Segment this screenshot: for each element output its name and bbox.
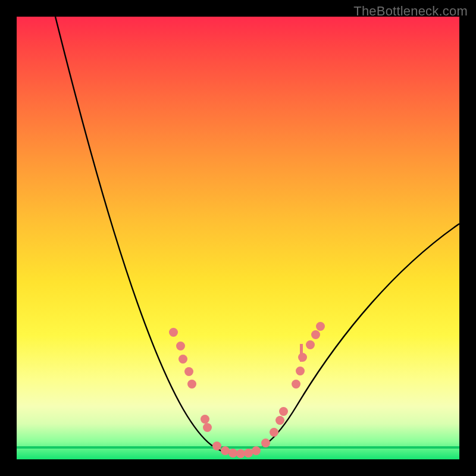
sample-dot xyxy=(252,446,261,455)
sample-dot xyxy=(178,355,187,364)
sample-dot xyxy=(316,322,325,331)
sample-dot xyxy=(176,342,185,350)
sample-dot xyxy=(298,353,307,362)
sample-dot xyxy=(203,423,212,432)
sample-dot xyxy=(187,380,196,389)
sample-dot xyxy=(201,415,209,424)
sample-dot xyxy=(296,367,305,375)
sample-dot xyxy=(279,407,288,416)
bottleneck-curve xyxy=(17,17,459,459)
chart-plot-area xyxy=(17,17,459,459)
sample-dot xyxy=(306,340,315,349)
sample-dot xyxy=(311,330,320,339)
sample-dot xyxy=(292,380,300,389)
baseline-strip xyxy=(17,446,459,449)
watermark-text: TheBottleneck.com xyxy=(353,4,468,19)
sample-dot xyxy=(270,428,278,437)
curve-path xyxy=(55,17,459,454)
sample-dot xyxy=(275,416,284,425)
sample-dot xyxy=(212,441,221,450)
sample-dot xyxy=(261,439,270,447)
sample-dot xyxy=(184,367,193,376)
sample-dot xyxy=(169,328,178,337)
